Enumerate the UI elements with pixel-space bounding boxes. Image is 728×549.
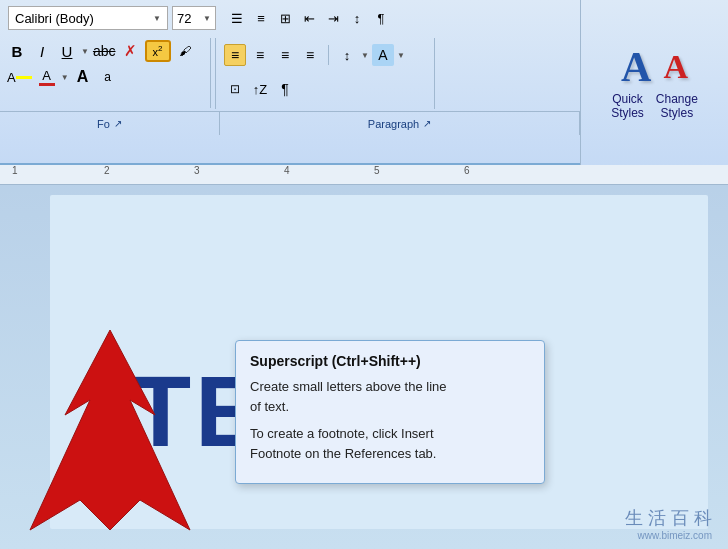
shading-dropdown[interactable]: ▼: [397, 51, 405, 60]
font-size-dropdown-arrow[interactable]: ▼: [203, 14, 211, 23]
quick-styles-btn[interactable]: Quick Styles: [611, 92, 644, 120]
paragraph-section-expand[interactable]: ↗: [423, 118, 431, 129]
underline-btn[interactable]: U: [56, 40, 78, 62]
list-numbers-btn[interactable]: ≡: [250, 7, 272, 29]
ribbon-row1: Calibri (Body) ▼ 72 ▼ ☰ ≡ ⊞ ⇤ ⇥ ↕ ¶ A A …: [0, 0, 728, 36]
change-styles-label: Change: [656, 92, 698, 106]
styles-icon-a-red: A: [663, 50, 688, 84]
paragraph-section-label: Paragraph ↗: [220, 112, 580, 135]
ruler-mark-6: 6: [464, 165, 470, 176]
ruler-mark-5: 5: [374, 165, 380, 176]
watermark-chinese: 生 活 百 科: [625, 506, 712, 530]
font-row2: B I U ▼ abc ✗ x2 🖌: [6, 38, 206, 64]
font-size-value: 72: [177, 11, 191, 26]
align-center-btn[interactable]: ≡: [249, 44, 271, 66]
pilcrow-btn[interactable]: ¶: [274, 78, 296, 100]
clear-format-btn[interactable]: ✗: [120, 40, 142, 62]
styles-icon-a-blue: A: [621, 46, 651, 88]
font-name-box[interactable]: Calibri (Body) ▼: [8, 6, 168, 30]
align-right-btn[interactable]: ≡: [274, 44, 296, 66]
watermark-url: www.bimeiz.com: [625, 530, 712, 541]
ruler-mark-2: 2: [104, 165, 110, 176]
format-painter-btn[interactable]: 🖌: [174, 40, 196, 62]
tooltip-line5-text: Footnote on the References tab.: [250, 446, 436, 461]
font-size-label-aa[interactable]: A: [72, 66, 94, 88]
tooltip-title: Superscript (Ctrl+Shift++): [250, 353, 530, 369]
quick-styles-label: Quick: [612, 92, 643, 106]
align-left-btn[interactable]: ≡: [224, 44, 246, 66]
tooltip-line4-text: To create a footnote, click Insert: [250, 426, 434, 441]
ruler: 1 2 3 4 5 6: [0, 165, 728, 185]
show-marks-btn[interactable]: ¶: [370, 7, 392, 29]
main-content: 1 2 3 4 5 6 TEXT Superscript (Ctrl+Shift…: [0, 165, 728, 549]
multilevel-list-btn[interactable]: ⊞: [274, 7, 296, 29]
tooltip-line1: Create small letters above the line of t…: [250, 377, 530, 416]
watermark: 生 活 百 科 www.bimeiz.com: [625, 506, 712, 541]
font-size-small-a[interactable]: a: [97, 66, 119, 88]
decrease-indent-btn[interactable]: ⇤: [298, 7, 320, 29]
font-section-label: Fo ↗: [0, 112, 220, 135]
underline-dropdown[interactable]: ▼: [81, 47, 89, 56]
line-spacing-btn[interactable]: ↕: [336, 44, 358, 66]
font-label-text: Fo: [97, 118, 110, 130]
paragraph-group: ≡ ≡ ≡ ≡ ↕ ▼ A ▼ ⊡ ↑Z ¶: [215, 38, 435, 109]
line-spacing-dropdown[interactable]: ▼: [361, 51, 369, 60]
tooltip-line2: To create a footnote, click Insert Footn…: [250, 424, 530, 463]
change-styles-btn[interactable]: Change Styles: [656, 92, 698, 120]
ruler-mark-3: 3: [194, 165, 200, 176]
tooltip: Superscript (Ctrl+Shift++) Create small …: [235, 340, 545, 484]
tooltip-title-text: Superscript (Ctrl+Shift++): [250, 353, 421, 369]
ruler-mark-4: 4: [284, 165, 290, 176]
para-row1: ≡ ≡ ≡ ≡ ↕ ▼ A ▼: [224, 38, 426, 72]
increase-indent-btn[interactable]: ⇥: [322, 7, 344, 29]
strikethrough-btn[interactable]: abc: [92, 40, 117, 62]
styles-labels-row: Quick Styles Change Styles: [611, 92, 698, 120]
ruler-marks: 1 2 3 4 5 6: [4, 165, 724, 184]
font-name-dropdown-arrow[interactable]: ▼: [153, 14, 161, 23]
ruler-mark-1: 1: [12, 165, 18, 176]
sort-para-btn[interactable]: ↑Z: [249, 78, 271, 100]
tooltip-body: Create small letters above the line of t…: [250, 377, 530, 463]
shading-btn[interactable]: A: [372, 44, 394, 66]
superscript-btn[interactable]: x2: [145, 40, 171, 62]
align-spacing-sep: [328, 45, 329, 65]
paragraph-label-text: Paragraph: [368, 118, 419, 130]
font-group: B I U ▼ abc ✗ x2 🖌 A A: [6, 38, 206, 109]
ribbon: Calibri (Body) ▼ 72 ▼ ☰ ≡ ⊞ ⇤ ⇥ ↕ ¶ A A …: [0, 0, 728, 165]
align-justify-btn[interactable]: ≡: [299, 44, 321, 66]
tooltip-line2-text: of text.: [250, 399, 289, 414]
font-name-value: Calibri (Body): [15, 11, 94, 26]
border-top-btn[interactable]: ⊡: [224, 78, 246, 100]
sort-btn[interactable]: ↕: [346, 7, 368, 29]
highlight-bar: [16, 76, 32, 79]
styles-sublabel2: Styles: [660, 106, 693, 120]
list-bullets-btn[interactable]: ☰: [226, 7, 248, 29]
para-icons-row1: ☰ ≡ ⊞ ⇤ ⇥ ↕ ¶: [226, 7, 392, 29]
bold-btn[interactable]: B: [6, 40, 28, 62]
highlight-color-btn[interactable]: A: [6, 66, 33, 88]
para-row2: ⊡ ↑Z ¶: [224, 72, 426, 106]
font-para-separator: [210, 38, 211, 108]
font-size-box[interactable]: 72 ▼: [172, 6, 216, 30]
styles-sublabel1: Styles: [611, 106, 644, 120]
styles-icons: A A: [621, 46, 688, 88]
font-color-bar: [39, 83, 55, 86]
font-row3: A A ▼ A a: [6, 64, 206, 90]
font-color-btn[interactable]: A: [36, 66, 58, 88]
styles-panel: A A Quick Styles Change Styles: [580, 0, 728, 165]
font-section-expand[interactable]: ↗: [114, 118, 122, 129]
font-color-dropdown[interactable]: ▼: [61, 73, 69, 82]
italic-btn[interactable]: I: [31, 40, 53, 62]
superscript-icon: x2: [153, 44, 163, 58]
tooltip-line1-text: Create small letters above the line: [250, 379, 447, 394]
